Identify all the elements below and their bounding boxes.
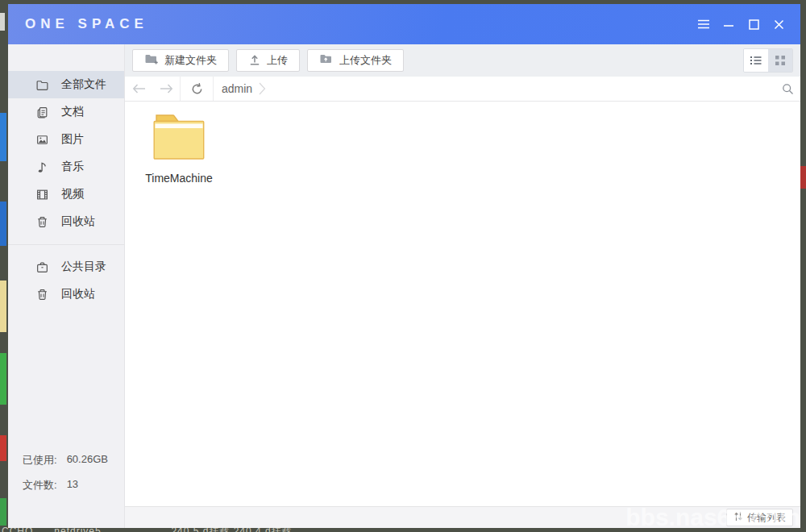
desktop-icon-fragment bbox=[0, 13, 5, 31]
navigation-bar: admin bbox=[125, 77, 800, 102]
breadcrumb-admin[interactable]: admin bbox=[222, 82, 252, 95]
new-folder-button[interactable]: 新建文件夹 bbox=[132, 49, 229, 72]
sidebar-item-public-directory[interactable]: 公共目录 bbox=[8, 253, 124, 281]
file-count-value: 13 bbox=[67, 478, 78, 493]
upload-folder-label: 上传文件夹 bbox=[339, 53, 392, 68]
briefcase-icon bbox=[35, 260, 49, 274]
used-space-label: 已使用: bbox=[23, 453, 57, 468]
upload-folder-button[interactable]: 上传文件夹 bbox=[307, 49, 404, 72]
chevron-right-icon bbox=[259, 81, 266, 96]
close-icon[interactable] bbox=[770, 15, 787, 33]
sidebar-item-public-recycle-bin[interactable]: 回收站 bbox=[8, 281, 124, 308]
upload-label: 上传 bbox=[267, 53, 288, 68]
sidebar-item-label: 音乐 bbox=[61, 160, 84, 174]
new-folder-icon bbox=[144, 53, 159, 68]
file-item-timemachine[interactable]: TimeMachine bbox=[139, 113, 219, 185]
trash-icon bbox=[35, 215, 49, 229]
sidebar-item-all-files[interactable]: 全部文件 bbox=[8, 71, 124, 98]
grid-view-icon[interactable] bbox=[768, 49, 792, 72]
menu-icon[interactable] bbox=[695, 15, 713, 33]
transfer-list-label: 传输列表 bbox=[747, 511, 786, 525]
back-icon[interactable] bbox=[125, 77, 152, 101]
trash-icon bbox=[35, 288, 49, 301]
sidebar-divider bbox=[8, 244, 124, 245]
sidebar-item-recycle-bin[interactable]: 回收站 bbox=[8, 208, 124, 235]
desktop-icon-fragment bbox=[0, 113, 6, 161]
sidebar-item-label: 全部文件 bbox=[61, 77, 106, 92]
folder-icon bbox=[35, 78, 49, 92]
window-controls bbox=[695, 15, 787, 33]
image-icon bbox=[35, 133, 49, 147]
storage-stats: 已使用: 60.26GB 文件数: 13 bbox=[23, 443, 108, 493]
folder-large-icon bbox=[152, 113, 206, 164]
status-bar: 传输列表 bbox=[125, 506, 800, 528]
main-panel: 新建文件夹 上传 上传文件夹 bbox=[125, 44, 800, 528]
document-icon bbox=[35, 106, 49, 119]
file-grid: TimeMachine bbox=[125, 102, 800, 506]
desktop-icon-fragment bbox=[800, 166, 806, 189]
upload-button[interactable]: 上传 bbox=[236, 49, 300, 72]
sidebar-item-label: 公共目录 bbox=[61, 260, 106, 274]
refresh-icon[interactable] bbox=[181, 77, 213, 101]
one-space-window: ONE SPACE 全部文件 bbox=[8, 4, 800, 528]
sidebar-item-label: 文档 bbox=[61, 105, 84, 119]
desktop-icon-fragment bbox=[0, 202, 6, 246]
file-name: TimeMachine bbox=[145, 172, 213, 185]
sidebar-item-music[interactable]: 音乐 bbox=[8, 153, 124, 181]
film-icon bbox=[35, 188, 49, 202]
music-icon bbox=[35, 160, 49, 174]
sidebar-item-videos[interactable]: 视频 bbox=[8, 181, 124, 208]
list-view-icon[interactable] bbox=[744, 49, 768, 72]
sidebar-item-label: 回收站 bbox=[61, 214, 95, 229]
desktop-icon-fragment bbox=[0, 281, 6, 332]
desktop-icon-fragment bbox=[0, 498, 6, 526]
sidebar-item-documents[interactable]: 文档 bbox=[8, 98, 124, 126]
used-space-value: 60.26GB bbox=[67, 453, 108, 468]
sidebar-item-label: 图片 bbox=[61, 132, 84, 147]
new-folder-label: 新建文件夹 bbox=[164, 53, 217, 68]
upload-icon bbox=[248, 53, 261, 69]
upload-folder-icon bbox=[319, 53, 334, 68]
breadcrumb: admin bbox=[214, 81, 266, 96]
app-title: ONE SPACE bbox=[25, 16, 148, 32]
transfer-arrows-icon bbox=[733, 511, 743, 524]
forward-icon[interactable] bbox=[152, 77, 180, 101]
view-toggle bbox=[743, 48, 793, 73]
sidebar-item-label: 视频 bbox=[61, 187, 84, 202]
sidebar-item-pictures[interactable]: 图片 bbox=[8, 126, 124, 153]
maximize-icon[interactable] bbox=[745, 15, 762, 33]
transfer-list-button[interactable]: 传输列表 bbox=[726, 509, 793, 526]
desktop-icon-fragment bbox=[0, 435, 6, 461]
toolbar: 新建文件夹 上传 上传文件夹 bbox=[125, 44, 800, 77]
sidebar: 全部文件 文档 图片 bbox=[8, 44, 125, 528]
minimize-icon[interactable] bbox=[720, 15, 737, 33]
titlebar: ONE SPACE bbox=[8, 4, 800, 44]
search-icon[interactable] bbox=[781, 82, 795, 96]
sidebar-item-label: 回收站 bbox=[61, 287, 95, 301]
desktop-icon-fragment bbox=[0, 353, 6, 405]
file-count-label: 文件数: bbox=[23, 478, 57, 493]
